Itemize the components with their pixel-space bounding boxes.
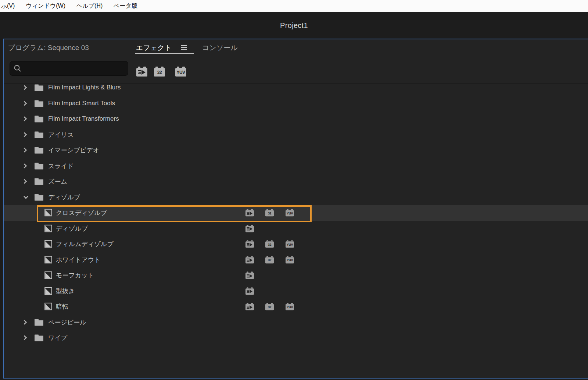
tree-folder-row[interactable]: Film Impact Transformers bbox=[4, 111, 588, 127]
chevron-right-icon[interactable] bbox=[23, 132, 27, 137]
tree-folder-row[interactable]: ワイプ bbox=[4, 330, 588, 346]
chevron-right-icon bbox=[23, 100, 27, 106]
effects-search-box[interactable] bbox=[10, 61, 128, 76]
active-tab-underline bbox=[135, 53, 194, 54]
tree-folder-row[interactable]: ズーム bbox=[4, 174, 588, 189]
window-title: Project1 bbox=[280, 21, 308, 30]
folder-icon bbox=[34, 131, 44, 138]
tree-effect-row[interactable]: ディゾルブ bbox=[4, 221, 588, 237]
folder-icon bbox=[34, 99, 44, 107]
tab-program-monitor[interactable]: プログラム: Sequence 03 bbox=[8, 43, 89, 53]
badge-text: 32 bbox=[268, 305, 271, 309]
badge-text: YUV bbox=[287, 305, 293, 309]
yuv-effects-badge-icon: YUV bbox=[286, 241, 294, 248]
folder-icon bbox=[34, 334, 44, 342]
tree-folder-row[interactable]: ディゾルブ bbox=[4, 189, 588, 205]
folder-icon bbox=[34, 162, 44, 170]
transition-effect-icon bbox=[44, 271, 52, 279]
accelerated-effects-badge-icon bbox=[245, 241, 254, 248]
tree-item-label: ディゾルブ bbox=[48, 193, 80, 201]
menu-item-window[interactable]: ウィンドウ(W) bbox=[26, 2, 65, 10]
transition-effect-icon bbox=[44, 256, 52, 263]
transition-effect-icon bbox=[44, 209, 52, 217]
transition-effect-icon bbox=[44, 224, 52, 232]
menu-item-beta[interactable]: ベータ版 bbox=[114, 2, 137, 10]
menu-item-view[interactable]: 示(V) bbox=[1, 2, 15, 10]
folder-icon bbox=[34, 193, 44, 201]
chevron-right-icon[interactable] bbox=[23, 100, 27, 106]
badge-text: YUV bbox=[287, 212, 293, 215]
32bit-color-filter-button[interactable]: 32 bbox=[154, 68, 165, 77]
yuv-effects-badge-icon: YUV bbox=[286, 304, 294, 310]
panel-menu-icon[interactable] bbox=[181, 45, 187, 50]
transition-effect-icon bbox=[44, 209, 52, 217]
accelerated-effects-icon bbox=[247, 242, 253, 247]
tree-folder-row[interactable]: アイリス bbox=[4, 127, 588, 143]
chevron-right-icon bbox=[23, 132, 27, 137]
transition-effect-icon bbox=[44, 240, 52, 248]
tree-item-label: イマーシブビデオ bbox=[48, 146, 99, 155]
accelerated-effects-icon bbox=[247, 258, 253, 262]
tree-effect-row[interactable]: モーフカット bbox=[4, 267, 588, 283]
chevron-right-icon[interactable] bbox=[23, 148, 27, 153]
chevron-right-icon[interactable] bbox=[23, 319, 27, 325]
tree-effect-row[interactable]: フィルムディゾルブ32YUV bbox=[4, 236, 588, 252]
search-input[interactable] bbox=[25, 65, 124, 72]
tree-item-label: クロスディゾルブ bbox=[56, 209, 107, 217]
folder-icon bbox=[34, 178, 44, 185]
tree-effect-row[interactable]: ホワイトアウト32YUV bbox=[4, 252, 588, 268]
chevron-down-icon bbox=[23, 195, 29, 199]
32bit-color-badge-icon: 32 bbox=[265, 210, 274, 216]
accelerated-effects-badge-icon bbox=[245, 210, 254, 216]
folder-icon bbox=[34, 318, 44, 326]
tree-item-label: 暗転 bbox=[56, 302, 68, 311]
accelerated-effects-icon bbox=[247, 305, 253, 309]
tree-folder-row[interactable]: スライド bbox=[4, 158, 588, 174]
chevron-right-icon[interactable] bbox=[23, 163, 27, 168]
folder-icon bbox=[34, 84, 44, 92]
chevron-right-icon bbox=[23, 148, 27, 153]
tab-console[interactable]: コンソール bbox=[202, 43, 238, 53]
tree-effect-row[interactable]: クロスディゾルブ32YUV bbox=[4, 205, 588, 221]
tree-folder-row[interactable]: ページピール bbox=[4, 315, 588, 330]
tree-folder-row[interactable]: Film Impact Lights & Blurs bbox=[4, 84, 588, 96]
accelerated-effects-icon bbox=[247, 211, 253, 216]
chevron-right-icon bbox=[23, 116, 27, 122]
tree-effect-row[interactable]: 型抜き bbox=[4, 283, 588, 299]
yuv-effects-filter-button[interactable]: YUV bbox=[175, 68, 186, 77]
chevron-right-icon bbox=[23, 163, 27, 168]
folder-icon bbox=[34, 318, 44, 326]
folder-icon bbox=[34, 131, 44, 138]
transition-effect-icon bbox=[44, 224, 52, 232]
chevron-right-icon[interactable] bbox=[23, 335, 27, 341]
accelerated-effects-filter-button[interactable] bbox=[136, 68, 147, 77]
transition-effect-icon bbox=[44, 303, 52, 310]
tree-item-label: ズーム bbox=[48, 177, 67, 186]
chevron-right-icon bbox=[23, 335, 27, 341]
folder-icon bbox=[34, 99, 44, 107]
32bit-color-icon: 32 bbox=[157, 70, 162, 75]
tree-item-label: ワイプ bbox=[48, 334, 67, 342]
effects-tree: Film Impact Lights & BlursFilm Impact Sm… bbox=[4, 84, 588, 378]
tab-effects[interactable]: エフェクト bbox=[136, 43, 172, 53]
tree-folder-row[interactable]: イマーシブビデオ bbox=[4, 142, 588, 158]
title-bar: Project1 bbox=[0, 12, 588, 39]
menu-item-help[interactable]: ヘルプ(H) bbox=[76, 2, 103, 10]
transition-effect-icon bbox=[44, 287, 52, 295]
menu-bar: 示(V) ウィンドウ(W) ヘルプ(H) ベータ版 bbox=[0, 0, 588, 12]
tree-item-label: ディゾルブ bbox=[56, 224, 88, 232]
search-icon bbox=[14, 64, 22, 72]
tree-effect-row[interactable]: 暗転32YUV bbox=[4, 299, 588, 315]
tree-item-label: Film Impact Transformers bbox=[48, 115, 119, 122]
transition-effect-icon bbox=[44, 287, 52, 295]
chevron-right-icon[interactable] bbox=[23, 179, 27, 184]
chevron-right-icon[interactable] bbox=[23, 85, 27, 90]
tree-item-label: スライド bbox=[48, 161, 74, 170]
accelerated-effects-icon bbox=[247, 274, 253, 278]
chevron-down-icon[interactable] bbox=[23, 195, 29, 199]
tree-folder-row[interactable]: Film Impact Smart Tools bbox=[4, 96, 588, 111]
transition-effect-icon bbox=[44, 303, 52, 310]
tree-item-label: ページピール bbox=[48, 318, 86, 326]
folder-icon bbox=[34, 115, 44, 123]
chevron-right-icon[interactable] bbox=[23, 116, 27, 122]
